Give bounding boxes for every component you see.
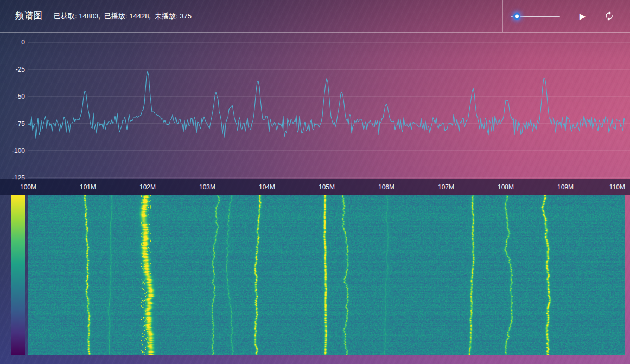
playback-slider[interactable] — [511, 11, 560, 22]
y-axis-label: -50 — [0, 93, 25, 100]
spectrum-chart: 0-25-50-75-100-125 — [0, 33, 630, 179]
x-axis-label: 110M — [609, 183, 625, 191]
header-controls: ▶ — [502, 0, 621, 32]
x-axis-label: 100M — [20, 183, 36, 191]
x-axis-label: 104M — [259, 183, 275, 191]
y-axis-label: -25 — [0, 66, 25, 73]
y-axis-label: -100 — [0, 147, 25, 155]
x-axis-label: 108M — [498, 183, 514, 191]
spectrum-plot — [28, 42, 630, 178]
x-axis: 100M101M102M103M104M105M106M107M108M109M… — [0, 179, 630, 195]
stat-acquired: 已获取: 14803, — [54, 11, 100, 21]
page-title: 频谱图 — [15, 10, 43, 22]
colorbar — [11, 195, 25, 355]
y-axis-label: 0 — [0, 39, 25, 46]
x-axis-label: 107M — [438, 183, 454, 191]
play-icon: ▶ — [580, 12, 586, 20]
waterfall-canvas — [28, 195, 625, 355]
header: 频谱图 已获取: 14803, 已播放: 14428, 未播放: 375 ▶ — [0, 0, 630, 33]
refresh-button[interactable] — [597, 0, 621, 32]
volume-slider-cell — [502, 0, 568, 32]
slider-handle[interactable] — [513, 12, 520, 20]
stat-unplayed: 未播放: 375 — [155, 11, 192, 21]
x-axis-label: 103M — [199, 183, 215, 191]
stat-played: 已播放: 14428, — [104, 11, 151, 21]
x-axis-label: 109M — [557, 183, 574, 191]
y-axis: 0-25-50-75-100-125 — [0, 33, 630, 179]
y-axis-label: -75 — [0, 120, 25, 127]
x-axis-label: 102M — [139, 183, 156, 191]
x-axis-label: 101M — [80, 183, 96, 191]
x-axis-label: 106M — [378, 183, 394, 191]
playback-stats: 已获取: 14803, 已播放: 14428, 未播放: 375 — [54, 11, 192, 21]
waterfall-section — [0, 195, 630, 355]
x-axis-label: 105M — [319, 183, 335, 191]
play-button[interactable]: ▶ — [568, 0, 597, 32]
refresh-icon — [604, 11, 614, 21]
spectrum-app: 频谱图 已获取: 14803, 已播放: 14428, 未播放: 375 ▶ — [0, 0, 630, 364]
